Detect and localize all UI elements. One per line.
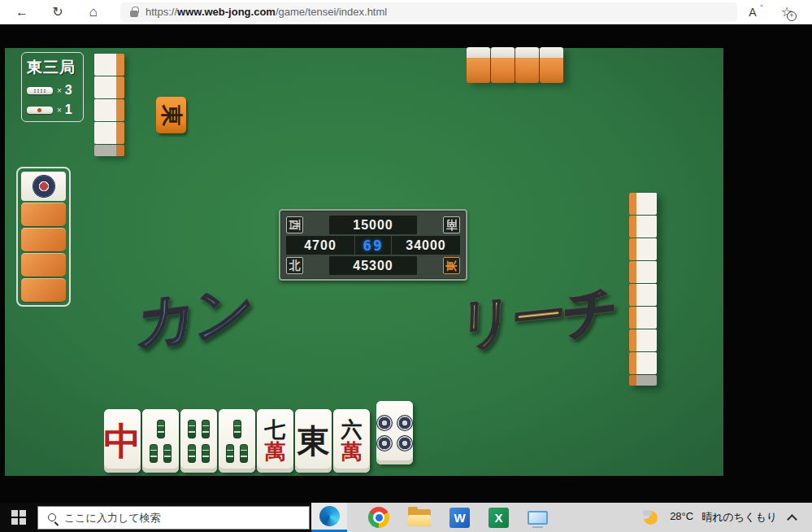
url-host: www.web-jong.com xyxy=(177,6,276,18)
thousand-point-stick-icon xyxy=(27,107,53,114)
east-seat-marker: 東 xyxy=(156,97,186,133)
kan-button[interactable]: カン xyxy=(135,270,254,364)
dora-indicator-tile xyxy=(21,172,66,201)
wall-tile xyxy=(94,99,124,121)
add-favorite-icon[interactable]: ☆ xyxy=(781,4,792,20)
bamboo-stick-icon xyxy=(233,420,241,438)
riichi-stick-row: × 1 xyxy=(27,102,78,117)
wall-tile xyxy=(94,54,124,76)
home-icon[interactable]: ⌂ xyxy=(85,4,102,20)
wall-tile xyxy=(629,216,657,238)
opponent-tile-back xyxy=(467,47,490,83)
excel-icon[interactable]: X xyxy=(489,508,509,528)
word-icon[interactable]: W xyxy=(449,508,470,528)
edge-icon xyxy=(319,506,340,526)
score-left-player: 4700 xyxy=(286,236,354,255)
wall-tile xyxy=(629,284,657,306)
score-top-player: 15000 xyxy=(329,216,417,234)
weather-temp: 28°C xyxy=(670,510,693,525)
wall-tile xyxy=(94,76,124,98)
bamboo-stick-icon xyxy=(163,444,172,463)
bamboo-stick-icon xyxy=(188,420,196,438)
wind-south: 南 xyxy=(443,216,460,233)
right-tile-wall xyxy=(629,193,657,386)
opponent-hand-tiles xyxy=(467,47,563,83)
opponent-tile-back xyxy=(515,47,539,83)
taskbar-search[interactable] xyxy=(37,506,310,530)
wall-tile xyxy=(629,352,657,374)
hand-tile-sou4[interactable] xyxy=(180,409,217,473)
hand-tile-man7[interactable]: 七萬 xyxy=(257,409,293,473)
weather-condition: 晴れのちくもり xyxy=(701,510,777,525)
dora-wall-tile-back xyxy=(21,203,66,226)
round-label: 東三局 xyxy=(27,57,78,78)
hand-tile-sou3-b[interactable] xyxy=(219,409,255,473)
pin-circle-icon xyxy=(377,416,392,430)
bamboo-stick-icon xyxy=(150,444,158,463)
bamboo-stick-icon xyxy=(202,420,210,438)
times-symbol: × xyxy=(57,86,62,95)
thousand-stick-count: 1 xyxy=(65,102,72,117)
hand-tile-pin4[interactable] xyxy=(376,401,413,464)
hundred-stick-count: 3 xyxy=(65,83,72,98)
hand-tile-east[interactable]: 東 xyxy=(295,409,332,473)
taskbar-edge-active[interactable] xyxy=(311,503,347,532)
url-text[interactable]: https://www.web-jong.com/game/tensei/ind… xyxy=(145,6,387,18)
riichi-button[interactable]: リーチ xyxy=(458,272,618,362)
bamboo-stick-icon xyxy=(188,444,196,463)
wall-foot xyxy=(94,145,124,156)
bamboo-stick-icon xyxy=(202,444,210,463)
browser-toolbar: ← ↻ ⌂ https://www.web-jong.com/game/tens… xyxy=(0,0,812,24)
pin-circle-icon xyxy=(377,436,392,451)
search-icon xyxy=(48,513,56,521)
refresh-icon[interactable]: ↻ xyxy=(49,4,67,20)
opponent-tile-back xyxy=(491,47,515,83)
weather-moon-cloud-icon[interactable] xyxy=(642,509,658,525)
url-scheme: https:// xyxy=(145,6,177,18)
pin-circle-icon xyxy=(397,436,412,451)
wall-tile xyxy=(629,193,657,215)
url-path: /game/tensei/index.html xyxy=(276,6,387,18)
back-icon[interactable]: ← xyxy=(13,5,31,20)
bamboo-stick-icon xyxy=(157,420,165,438)
taskbar-right-section: 28°C 晴れのちくもり xyxy=(634,503,812,532)
wind-north: 北 xyxy=(286,257,303,274)
opponent-tile-back xyxy=(540,47,563,83)
page-background: 東三局 × 3 × 1 東 西 15000 xyxy=(0,24,812,503)
hand-tile-sou3-a[interactable] xyxy=(142,409,179,473)
weather-widget[interactable]: 28°C 晴れのちくもり xyxy=(670,510,777,525)
wall-foot xyxy=(629,375,657,386)
hundred-point-stick-icon xyxy=(27,87,53,94)
dora-wall-tile-back xyxy=(21,253,66,277)
start-button[interactable] xyxy=(0,503,37,532)
windows-logo-icon xyxy=(11,510,26,525)
tiles-remaining-counter: 69 xyxy=(355,236,391,255)
times-symbol: × xyxy=(57,106,62,115)
hand-tile-man6[interactable]: 六萬 xyxy=(333,409,370,473)
taskbar-left-section xyxy=(0,503,311,532)
show-hidden-icons-chevron[interactable] xyxy=(787,514,797,525)
one-pin-circle-icon xyxy=(33,176,54,197)
wall-tile xyxy=(94,122,124,144)
pc-monitor-icon[interactable] xyxy=(528,511,548,525)
taskbar-icons-section: W X xyxy=(347,503,634,532)
honba-stick-row: × 3 xyxy=(27,83,78,98)
round-info-panel: 東三局 × 3 × 1 xyxy=(21,52,84,122)
left-tile-wall xyxy=(94,54,124,156)
search-input[interactable] xyxy=(64,512,267,524)
dora-wall-tile-back xyxy=(21,278,66,302)
wall-tile xyxy=(629,261,657,283)
dora-indicator-panel xyxy=(16,167,71,307)
read-aloud-icon[interactable]: A xyxy=(749,6,756,19)
hand-tile-chun[interactable]: 中 xyxy=(104,409,141,473)
score-panel: 西 15000 南 4700 69 34000 北 45300 東 xyxy=(279,209,467,281)
chrome-icon[interactable] xyxy=(368,507,389,528)
file-explorer-icon[interactable] xyxy=(408,509,431,526)
pin-circle-icon xyxy=(397,416,412,430)
wall-tile xyxy=(629,238,657,260)
lock-icon xyxy=(130,11,138,17)
wall-tile xyxy=(629,307,657,329)
dora-wall-tile-back xyxy=(21,228,66,251)
address-bar[interactable]: https://www.web-jong.com/game/tensei/ind… xyxy=(120,2,737,22)
windows-taskbar: W X 28°C 晴れのちくもり xyxy=(0,503,812,532)
